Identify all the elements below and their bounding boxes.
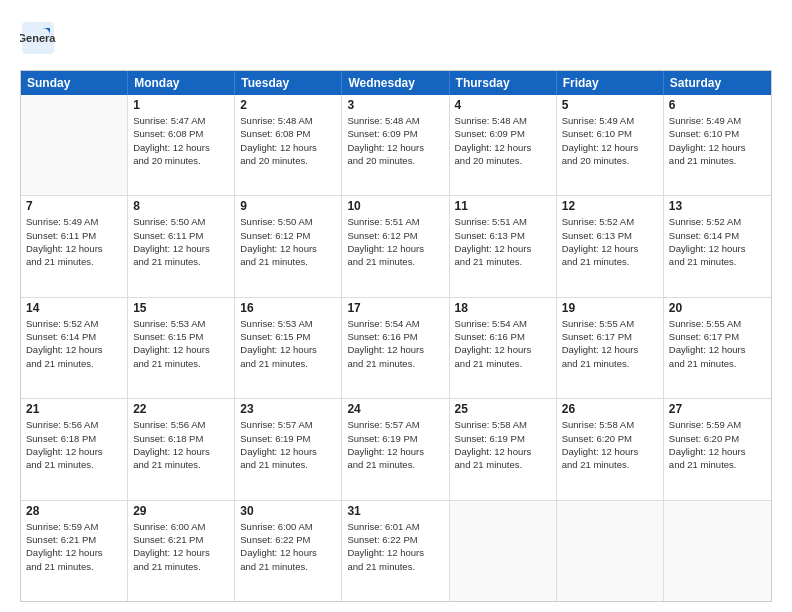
calendar-cell: 2Sunrise: 5:48 AM Sunset: 6:08 PM Daylig…: [235, 95, 342, 195]
calendar-cell: 17Sunrise: 5:54 AM Sunset: 6:16 PM Dayli…: [342, 298, 449, 398]
header-day-saturday: Saturday: [664, 71, 771, 95]
logo-icon: General: [20, 20, 56, 60]
calendar-cell: 30Sunrise: 6:00 AM Sunset: 6:22 PM Dayli…: [235, 501, 342, 601]
day-number: 24: [347, 402, 443, 416]
calendar-cell: 31Sunrise: 6:01 AM Sunset: 6:22 PM Dayli…: [342, 501, 449, 601]
cell-info: Sunrise: 5:56 AM Sunset: 6:18 PM Dayligh…: [133, 418, 229, 471]
day-number: 21: [26, 402, 122, 416]
cell-info: Sunrise: 6:00 AM Sunset: 6:22 PM Dayligh…: [240, 520, 336, 573]
cell-info: Sunrise: 5:59 AM Sunset: 6:20 PM Dayligh…: [669, 418, 766, 471]
day-number: 26: [562, 402, 658, 416]
calendar-page: General SundayMondayTuesdayWednesdayThur…: [0, 0, 792, 612]
calendar-cell: 12Sunrise: 5:52 AM Sunset: 6:13 PM Dayli…: [557, 196, 664, 296]
calendar-cell: 13Sunrise: 5:52 AM Sunset: 6:14 PM Dayli…: [664, 196, 771, 296]
day-number: 27: [669, 402, 766, 416]
day-number: 14: [26, 301, 122, 315]
cell-info: Sunrise: 5:53 AM Sunset: 6:15 PM Dayligh…: [240, 317, 336, 370]
cell-info: Sunrise: 5:58 AM Sunset: 6:20 PM Dayligh…: [562, 418, 658, 471]
cell-info: Sunrise: 5:48 AM Sunset: 6:09 PM Dayligh…: [455, 114, 551, 167]
header-day-friday: Friday: [557, 71, 664, 95]
day-number: 22: [133, 402, 229, 416]
calendar-cell: 3Sunrise: 5:48 AM Sunset: 6:09 PM Daylig…: [342, 95, 449, 195]
calendar-cell: 15Sunrise: 5:53 AM Sunset: 6:15 PM Dayli…: [128, 298, 235, 398]
cell-info: Sunrise: 5:55 AM Sunset: 6:17 PM Dayligh…: [669, 317, 766, 370]
cell-info: Sunrise: 5:51 AM Sunset: 6:12 PM Dayligh…: [347, 215, 443, 268]
calendar-cell: 27Sunrise: 5:59 AM Sunset: 6:20 PM Dayli…: [664, 399, 771, 499]
calendar-row-2: 14Sunrise: 5:52 AM Sunset: 6:14 PM Dayli…: [21, 298, 771, 399]
header-day-wednesday: Wednesday: [342, 71, 449, 95]
calendar-row-0: 1Sunrise: 5:47 AM Sunset: 6:08 PM Daylig…: [21, 95, 771, 196]
day-number: 3: [347, 98, 443, 112]
calendar-cell: 20Sunrise: 5:55 AM Sunset: 6:17 PM Dayli…: [664, 298, 771, 398]
cell-info: Sunrise: 5:51 AM Sunset: 6:13 PM Dayligh…: [455, 215, 551, 268]
calendar-cell: 19Sunrise: 5:55 AM Sunset: 6:17 PM Dayli…: [557, 298, 664, 398]
cell-info: Sunrise: 5:53 AM Sunset: 6:15 PM Dayligh…: [133, 317, 229, 370]
day-number: 15: [133, 301, 229, 315]
cell-info: Sunrise: 5:52 AM Sunset: 6:14 PM Dayligh…: [669, 215, 766, 268]
day-number: 19: [562, 301, 658, 315]
day-number: 31: [347, 504, 443, 518]
calendar-cell: 24Sunrise: 5:57 AM Sunset: 6:19 PM Dayli…: [342, 399, 449, 499]
cell-info: Sunrise: 5:56 AM Sunset: 6:18 PM Dayligh…: [26, 418, 122, 471]
cell-info: Sunrise: 5:49 AM Sunset: 6:10 PM Dayligh…: [669, 114, 766, 167]
day-number: 29: [133, 504, 229, 518]
calendar-body: 1Sunrise: 5:47 AM Sunset: 6:08 PM Daylig…: [21, 95, 771, 601]
calendar-cell: 16Sunrise: 5:53 AM Sunset: 6:15 PM Dayli…: [235, 298, 342, 398]
day-number: 7: [26, 199, 122, 213]
calendar-cell: 23Sunrise: 5:57 AM Sunset: 6:19 PM Dayli…: [235, 399, 342, 499]
day-number: 10: [347, 199, 443, 213]
cell-info: Sunrise: 5:47 AM Sunset: 6:08 PM Dayligh…: [133, 114, 229, 167]
cell-info: Sunrise: 5:48 AM Sunset: 6:09 PM Dayligh…: [347, 114, 443, 167]
calendar-row-4: 28Sunrise: 5:59 AM Sunset: 6:21 PM Dayli…: [21, 501, 771, 601]
day-number: 18: [455, 301, 551, 315]
cell-info: Sunrise: 6:00 AM Sunset: 6:21 PM Dayligh…: [133, 520, 229, 573]
calendar-row-1: 7Sunrise: 5:49 AM Sunset: 6:11 PM Daylig…: [21, 196, 771, 297]
calendar: SundayMondayTuesdayWednesdayThursdayFrid…: [20, 70, 772, 602]
cell-info: Sunrise: 5:59 AM Sunset: 6:21 PM Dayligh…: [26, 520, 122, 573]
calendar-cell: 4Sunrise: 5:48 AM Sunset: 6:09 PM Daylig…: [450, 95, 557, 195]
calendar-cell: 11Sunrise: 5:51 AM Sunset: 6:13 PM Dayli…: [450, 196, 557, 296]
day-number: 1: [133, 98, 229, 112]
header-day-monday: Monday: [128, 71, 235, 95]
header-day-sunday: Sunday: [21, 71, 128, 95]
cell-info: Sunrise: 5:57 AM Sunset: 6:19 PM Dayligh…: [240, 418, 336, 471]
cell-info: Sunrise: 5:48 AM Sunset: 6:08 PM Dayligh…: [240, 114, 336, 167]
cell-info: Sunrise: 5:52 AM Sunset: 6:13 PM Dayligh…: [562, 215, 658, 268]
day-number: 6: [669, 98, 766, 112]
calendar-cell: 25Sunrise: 5:58 AM Sunset: 6:19 PM Dayli…: [450, 399, 557, 499]
cell-info: Sunrise: 5:50 AM Sunset: 6:11 PM Dayligh…: [133, 215, 229, 268]
page-header: General: [20, 20, 772, 60]
calendar-cell: 26Sunrise: 5:58 AM Sunset: 6:20 PM Dayli…: [557, 399, 664, 499]
calendar-cell: 28Sunrise: 5:59 AM Sunset: 6:21 PM Dayli…: [21, 501, 128, 601]
day-number: 16: [240, 301, 336, 315]
cell-info: Sunrise: 5:58 AM Sunset: 6:19 PM Dayligh…: [455, 418, 551, 471]
day-number: 25: [455, 402, 551, 416]
calendar-cell: 10Sunrise: 5:51 AM Sunset: 6:12 PM Dayli…: [342, 196, 449, 296]
day-number: 12: [562, 199, 658, 213]
day-number: 11: [455, 199, 551, 213]
calendar-cell: [664, 501, 771, 601]
calendar-row-3: 21Sunrise: 5:56 AM Sunset: 6:18 PM Dayli…: [21, 399, 771, 500]
header-day-tuesday: Tuesday: [235, 71, 342, 95]
day-number: 9: [240, 199, 336, 213]
calendar-cell: 18Sunrise: 5:54 AM Sunset: 6:16 PM Dayli…: [450, 298, 557, 398]
cell-info: Sunrise: 5:54 AM Sunset: 6:16 PM Dayligh…: [347, 317, 443, 370]
day-number: 28: [26, 504, 122, 518]
cell-info: Sunrise: 5:57 AM Sunset: 6:19 PM Dayligh…: [347, 418, 443, 471]
calendar-cell: 29Sunrise: 6:00 AM Sunset: 6:21 PM Dayli…: [128, 501, 235, 601]
cell-info: Sunrise: 6:01 AM Sunset: 6:22 PM Dayligh…: [347, 520, 443, 573]
cell-info: Sunrise: 5:54 AM Sunset: 6:16 PM Dayligh…: [455, 317, 551, 370]
calendar-cell: [557, 501, 664, 601]
calendar-cell: 5Sunrise: 5:49 AM Sunset: 6:10 PM Daylig…: [557, 95, 664, 195]
day-number: 17: [347, 301, 443, 315]
day-number: 8: [133, 199, 229, 213]
calendar-cell: 14Sunrise: 5:52 AM Sunset: 6:14 PM Dayli…: [21, 298, 128, 398]
day-number: 4: [455, 98, 551, 112]
calendar-cell: [450, 501, 557, 601]
day-number: 23: [240, 402, 336, 416]
calendar-cell: 6Sunrise: 5:49 AM Sunset: 6:10 PM Daylig…: [664, 95, 771, 195]
day-number: 20: [669, 301, 766, 315]
calendar-cell: 22Sunrise: 5:56 AM Sunset: 6:18 PM Dayli…: [128, 399, 235, 499]
calendar-header: SundayMondayTuesdayWednesdayThursdayFrid…: [21, 71, 771, 95]
day-number: 5: [562, 98, 658, 112]
